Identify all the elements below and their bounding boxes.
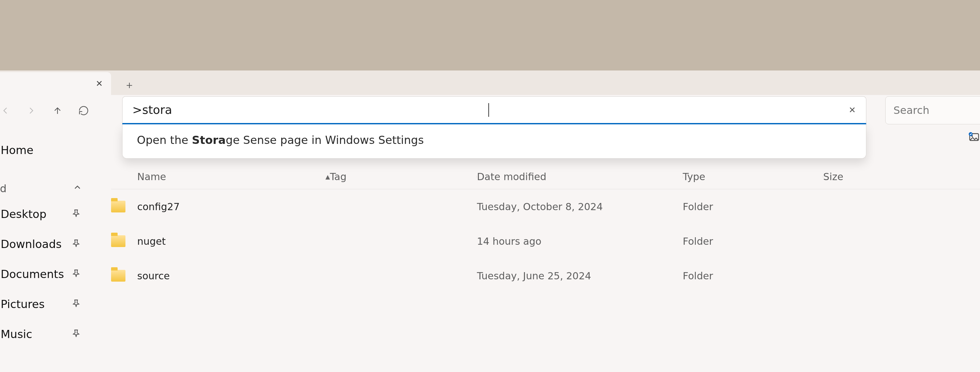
sidebar-section-label: ed (0, 182, 6, 195)
sidebar-item-label: Pictures (1, 298, 45, 311)
file-name: nuget (137, 236, 330, 247)
sidebar-item-music[interactable]: Music (0, 319, 101, 349)
column-size-label: Size (823, 171, 843, 182)
file-name: config27 (137, 201, 330, 212)
sidebar-item-label: Music (1, 328, 32, 341)
tab-dev-drive[interactable]: Dev Drive (D:) ✕ (0, 72, 111, 95)
folder-icon (111, 235, 126, 247)
sidebar-item-downloads[interactable]: Downloads (0, 229, 101, 259)
folder-icon (111, 201, 126, 212)
listview: Name▲ Tag Date modified Type Size config… (101, 165, 980, 293)
navbar: >stora ✕ Open the Storage Sense page in … (0, 95, 980, 126)
file-date: 14 hours ago (477, 236, 683, 247)
addressbar[interactable]: >stora ✕ (122, 96, 866, 124)
sort-asc-icon: ▲ (325, 173, 330, 180)
clear-address-button[interactable]: ✕ (845, 103, 859, 117)
column-type-label: Type (683, 171, 705, 182)
column-size[interactable]: Size (823, 171, 980, 182)
file-type: Folder (683, 236, 823, 247)
close-tab-button[interactable]: ✕ (92, 76, 107, 91)
file-type: Folder (683, 201, 823, 212)
column-tag[interactable]: Tag (330, 171, 477, 182)
pin-icon[interactable] (70, 239, 82, 250)
file-explorer-window: Dev Drive (D:) ✕ ＋ >stora ✕ (0, 70, 980, 372)
sidebar: Home ed Desktop Downloads Documents Pict… (0, 126, 101, 372)
sidebar-section[interactable]: ed (0, 178, 101, 199)
file-name: source (137, 270, 330, 282)
column-date[interactable]: Date modified (477, 171, 683, 182)
search-placeholder: Search (893, 104, 929, 117)
addressbar-container: >stora ✕ Open the Storage Sense page in … (122, 96, 866, 124)
file-row[interactable]: nuget 14 hours ago Folder (111, 224, 980, 258)
tab-title: Dev Drive (D:) (0, 78, 88, 89)
back-button[interactable] (0, 102, 14, 119)
suggestion-suffix: ge Sense page in Windows Settings (226, 133, 424, 147)
column-date-label: Date modified (477, 171, 547, 182)
folder-icon (111, 270, 126, 282)
suggestion-prefix: Open the (137, 133, 192, 147)
up-button[interactable] (49, 102, 66, 119)
column-name[interactable]: Name▲ (137, 171, 330, 182)
suggestion-dropdown: Open the Storage Sense page in Windows S… (122, 124, 866, 158)
view-toolbar (968, 131, 980, 144)
sidebar-item-desktop[interactable]: Desktop (0, 199, 101, 229)
text-caret (488, 103, 489, 117)
sidebar-item-pictures[interactable]: Pictures (0, 289, 101, 319)
sidebar-home-label: Home (1, 144, 33, 157)
tabstrip: Dev Drive (D:) ✕ ＋ (0, 70, 980, 95)
column-tag-label: Tag (330, 171, 347, 182)
pin-icon[interactable] (70, 269, 82, 280)
column-name-label: Name (137, 171, 166, 182)
file-type: Folder (683, 270, 823, 282)
file-row[interactable]: config27 Tuesday, October 8, 2024 Folder (111, 189, 980, 224)
pin-icon[interactable] (70, 329, 82, 340)
addressbar-input[interactable]: >stora (132, 103, 488, 117)
file-date: Tuesday, October 8, 2024 (477, 201, 683, 212)
refresh-button[interactable] (75, 102, 92, 119)
chevron-up-icon[interactable] (73, 182, 82, 195)
pin-icon[interactable] (70, 299, 82, 310)
suggestion-bold: Stora (192, 133, 226, 147)
sidebar-item-documents[interactable]: Documents (0, 259, 101, 289)
sidebar-item-label: Desktop (1, 207, 46, 221)
file-row[interactable]: source Tuesday, June 25, 2024 Folder (111, 258, 980, 293)
sidebar-item-label: Documents (1, 268, 64, 281)
forward-button[interactable] (23, 102, 40, 119)
sidebar-item-label: Downloads (1, 237, 62, 251)
list-header: Name▲ Tag Date modified Type Size (111, 165, 980, 189)
search-input[interactable]: Search (885, 96, 980, 124)
sidebar-home[interactable]: Home (0, 135, 101, 165)
gallery-sync-icon[interactable] (968, 131, 980, 144)
file-date: Tuesday, June 25, 2024 (477, 270, 683, 282)
pin-icon[interactable] (70, 209, 82, 220)
content-pane: Name▲ Tag Date modified Type Size config… (101, 126, 980, 372)
new-tab-button[interactable]: ＋ (118, 75, 141, 95)
suggestion-item[interactable]: Open the Storage Sense page in Windows S… (123, 129, 866, 151)
column-type[interactable]: Type (683, 171, 823, 182)
